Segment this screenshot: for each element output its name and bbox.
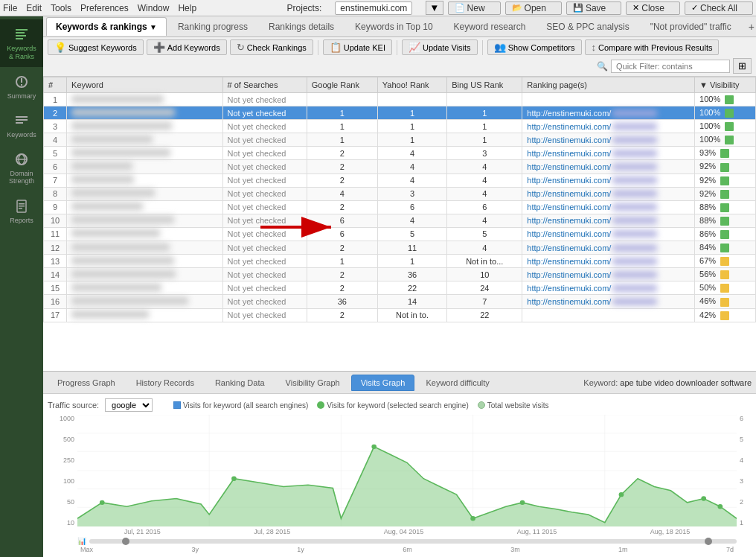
cell-keyword <box>67 93 222 106</box>
cell-url: http://enstinemuki.com/ <box>522 174 695 187</box>
table-row[interactable]: 14 Not yet checked 2 36 10 http://enstin… <box>44 268 756 281</box>
cell-visibility: 100% <box>695 133 756 147</box>
menu-file[interactable]: File <box>3 3 17 13</box>
menu-help[interactable]: Help <box>178 3 196 13</box>
table-row[interactable]: 10 Not yet checked 6 4 4 http://enstinem… <box>44 214 756 227</box>
range-bar[interactable] <box>89 539 737 544</box>
col-bing[interactable]: Bing US Rank <box>447 77 522 93</box>
project-url[interactable]: enstinemuki.com <box>335 1 412 15</box>
separator-1 <box>318 40 318 55</box>
vis-indicator <box>720 163 729 172</box>
compare-previous-button[interactable]: ↕ Compare with Previous Results <box>585 39 720 55</box>
y-label-10: 10 <box>67 519 74 526</box>
range-handle-right[interactable] <box>705 538 712 545</box>
x-label-aug04: Aug, 04 2015 <box>384 528 424 535</box>
bottom-tab-progress-graph[interactable]: Progress Graph <box>48 375 125 391</box>
traffic-source-select[interactable]: google <box>105 398 153 412</box>
svg-rect-1 <box>16 32 25 34</box>
open-button[interactable]: 📂 Open <box>505 1 562 15</box>
filter-input[interactable] <box>611 60 730 73</box>
bottom-tab-ranking-data[interactable]: Ranking Data <box>205 375 275 391</box>
cell-google: 1 <box>307 120 377 133</box>
table-row[interactable]: 4 Not yet checked 1 1 1 http://enstinemu… <box>44 133 756 147</box>
bottom-tab-history-records[interactable]: History Records <box>126 375 204 391</box>
table-row[interactable]: 5 Not yet checked 2 4 3 http://enstinemu… <box>44 147 756 160</box>
menu-window[interactable]: Window <box>138 3 170 13</box>
table-row[interactable]: 17 Not yet checked 2 Not in to. 22 42% <box>44 308 756 322</box>
tab-not-provided[interactable]: "Not provided" traffic <box>641 17 741 36</box>
update-visits-button[interactable]: 📈 Update Visits <box>402 39 478 55</box>
compare-icon: ↕ <box>592 42 597 53</box>
add-tab-button[interactable]: + <box>743 19 756 35</box>
sidebar-item-keywords-ranks[interactable]: Keywords& Ranks <box>0 19 43 67</box>
col-yahoo[interactable]: Yahoo! Rank <box>377 77 446 93</box>
col-url[interactable]: Ranking page(s) <box>522 77 695 93</box>
show-competitors-button[interactable]: 👥 Show Competitors <box>487 39 582 55</box>
col-google[interactable]: Google Rank <box>307 77 377 93</box>
kei-icon: 📋 <box>330 42 342 53</box>
col-searches[interactable]: # of Searches <box>222 77 307 93</box>
tab-keywords-rankings[interactable]: Keywords & rankings ▼ <box>46 17 167 36</box>
visits-icon: 📈 <box>409 42 420 53</box>
update-kei-button[interactable]: 📋 Update KEI <box>323 39 392 55</box>
table-row[interactable]: 1 Not yet checked 100% <box>44 93 756 106</box>
table-row[interactable]: 6 Not yet checked 2 4 4 http://enstinemu… <box>44 160 756 174</box>
table-row[interactable]: 2 Not yet checked 1 1 1 http://enstinemu… <box>44 106 756 120</box>
cell-visibility: 56% <box>695 268 756 281</box>
tab-rankings-details[interactable]: Rankings details <box>259 17 344 36</box>
competitors-icon: 👥 <box>494 42 506 53</box>
cell-keyword <box>67 241 222 255</box>
range-handle-left[interactable] <box>122 538 129 545</box>
table-row[interactable]: 15 Not yet checked 2 22 24 http://enstin… <box>44 281 756 295</box>
table-row[interactable]: 9 Not yet checked 2 6 6 http://enstinemu… <box>44 200 756 214</box>
sidebar-label-keywords2: Keywords <box>7 131 36 139</box>
check-all-button[interactable]: ✓ Check All <box>685 1 753 15</box>
sidebar-item-summary[interactable]: Summary <box>0 67 43 106</box>
cell-visibility: 93% <box>695 147 756 160</box>
menu-edit[interactable]: Edit <box>26 3 42 13</box>
svg-rect-3 <box>16 38 23 39</box>
menu-tools[interactable]: Tools <box>51 3 71 13</box>
main-content: Keywords & rankings ▼ Ranking progress R… <box>43 16 756 557</box>
tab-keyword-research[interactable]: Keyword research <box>444 17 536 36</box>
cell-yahoo: 5 <box>377 227 446 241</box>
table-row[interactable]: 13 Not yet checked 1 1 Not in to... http… <box>44 255 756 268</box>
traffic-source-label: Traffic source: <box>48 401 99 410</box>
cell-searches: Not yet checked <box>222 227 307 241</box>
cell-yahoo: 36 <box>377 268 446 281</box>
sidebar-label-summary: Summary <box>7 92 36 100</box>
project-dropdown[interactable]: ▼ <box>426 1 443 15</box>
table-row[interactable]: 12 Not yet checked 2 11 4 http://enstine… <box>44 241 756 255</box>
bottom-tab-visits-graph[interactable]: Visits Graph <box>351 375 415 391</box>
table-row[interactable]: 16 Not yet checked 36 14 7 http://enstin… <box>44 295 756 308</box>
sidebar-item-keywords[interactable]: Keywords <box>0 106 43 144</box>
col-visibility[interactable]: ▼ Visibility <box>695 77 756 93</box>
tab-ranking-progress[interactable]: Ranking progress <box>168 17 257 36</box>
cell-google: 36 <box>307 295 377 308</box>
table-row[interactable]: 7 Not yet checked 2 4 4 http://enstinemu… <box>44 174 756 187</box>
save-button[interactable]: 💾 Save <box>566 1 621 15</box>
cell-google: 2 <box>307 174 377 187</box>
bottom-tab-keyword-difficulty[interactable]: Keyword difficulty <box>416 375 499 391</box>
table-container[interactable]: # Keyword # of Searches Google Rank Yaho… <box>43 77 756 371</box>
table-row[interactable]: 8 Not yet checked 4 3 4 http://enstinemu… <box>44 187 756 200</box>
bottom-tab-visibility-graph[interactable]: Visibility Graph <box>276 375 350 391</box>
sidebar-item-reports[interactable]: Reports <box>0 191 43 230</box>
check-rankings-button[interactable]: ↻ Check Rankings <box>230 39 313 55</box>
chart-area: Traffic source: google Visits for keywor… <box>43 393 756 557</box>
close-button[interactable]: ✕ Close <box>626 1 680 15</box>
data-point <box>371 445 377 449</box>
cell-num: 11 <box>44 227 67 241</box>
tab-seo-ppc[interactable]: SEO & PPC analysis <box>536 17 638 36</box>
tab-keywords-top10[interactable]: Keywords in Top 10 <box>345 17 443 36</box>
sidebar-item-domain[interactable]: DomainStrength <box>0 144 43 192</box>
filter-options-button[interactable]: ⊞ <box>733 58 752 74</box>
new-button[interactable]: 📄 New <box>448 1 501 15</box>
menu-preferences[interactable]: Preferences <box>80 3 129 13</box>
add-keywords-button[interactable]: ➕ Add Keywords <box>147 39 227 55</box>
table-row[interactable]: 3 Not yet checked 1 1 1 http://enstinemu… <box>44 120 756 133</box>
col-keyword[interactable]: Keyword <box>67 77 222 93</box>
suggest-keywords-button[interactable]: 💡 Suggest Keywords <box>48 39 144 55</box>
range-labels: Max 3y 1y 6m 3m 1m 7d <box>48 546 752 553</box>
table-row[interactable]: 11 Not yet checked 6 5 5 http://enstinem… <box>44 227 756 241</box>
